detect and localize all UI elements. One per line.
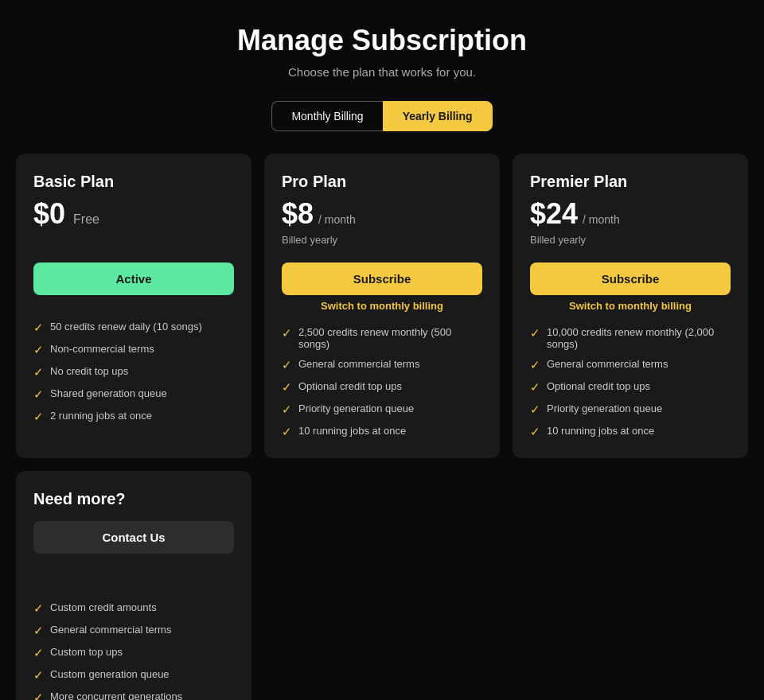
check-icon: ✓ [530,402,540,417]
contact-title: Need more? [33,490,234,508]
check-icon: ✓ [33,387,44,402]
check-icon: ✓ [282,425,292,439]
yearly-billing-button[interactable]: Yearly Billing [383,101,493,131]
pro-plan-price-row: $8 / month [282,197,482,231]
pro-switch-billing[interactable]: Switch to monthly billing [282,300,482,312]
basic-plan-features: ✓ 50 credits renew daily (10 songs) ✓ No… [33,321,234,424]
contact-feature-2: ✓ General commercial terms [33,624,234,638]
basic-plan-name: Basic Plan [33,173,234,191]
basic-feature-4-text: Shared generation queue [50,387,167,399]
check-icon: ✓ [33,365,44,379]
premier-feature-1: ✓ 10,000 credits renew monthly (2,000 so… [530,326,731,350]
check-icon: ✓ [33,343,44,357]
check-icon: ✓ [530,425,540,439]
premier-plan-subscribe-button[interactable]: Subscribe [530,262,731,295]
pro-plan-price: $8 [282,197,314,231]
premier-feature-3: ✓ Optional credit top ups [530,380,731,395]
check-icon: ✓ [33,690,44,700]
pro-feature-2-text: General commercial terms [298,358,419,370]
basic-feature-2: ✓ Non-commercial terms [33,343,234,357]
premier-feature-4: ✓ Priority generation queue [530,402,731,417]
contact-feature-4-text: Custom generation queue [50,668,170,680]
basic-feature-3: ✓ No credit top ups [33,365,234,379]
check-icon: ✓ [530,326,540,340]
bottom-grid: Need more? Contact Us ✓ Custom credit am… [16,471,748,700]
basic-feature-3-text: No credit top ups [50,365,128,377]
empty-col-3 [513,471,748,700]
contact-feature-5: ✓ More concurrent generations [33,690,234,700]
page-subtitle: Choose the plan that works for you. [16,65,748,79]
pro-feature-1: ✓ 2,500 credits renew monthly (500 songs… [282,326,482,350]
basic-plan-card: Basic Plan $0 Free Active ✓ 50 credits r… [16,154,251,458]
premier-plan-name: Premier Plan [530,173,731,191]
check-icon: ✓ [33,646,44,660]
premier-plan-price-row: $24 / month [530,197,731,231]
premier-feature-5: ✓ 10 running jobs at once [530,425,731,439]
check-icon: ✓ [282,380,292,395]
page-title: Manage Subscription [16,24,748,57]
premier-plan-period: / month [583,213,620,226]
pro-plan-features: ✓ 2,500 credits renew monthly (500 songs… [282,326,482,439]
check-icon: ✓ [282,402,292,417]
basic-feature-5-text: 2 running jobs at once [50,410,152,422]
basic-plan-active-button[interactable]: Active [33,262,234,295]
pro-feature-3-text: Optional credit top ups [298,380,402,392]
pro-plan-subscribe-button[interactable]: Subscribe [282,262,482,295]
premier-feature-5-text: 10 running jobs at once [547,425,654,437]
basic-feature-5: ✓ 2 running jobs at once [33,410,234,424]
contact-feature-1: ✓ Custom credit amounts [33,601,234,616]
pro-plan-name: Pro Plan [282,173,482,191]
basic-plan-price: $0 [33,197,65,231]
basic-plan-free-label: Free [73,212,99,227]
pro-plan-billed: Billed yearly [282,234,482,248]
contact-feature-5-text: More concurrent generations [50,690,182,700]
check-icon: ✓ [33,601,44,616]
basic-plan-price-row: $0 Free [33,197,234,231]
basic-feature-4: ✓ Shared generation queue [33,387,234,402]
monthly-billing-button[interactable]: Monthly Billing [271,101,382,131]
pro-feature-5-text: 10 running jobs at once [298,425,406,437]
pro-feature-4-text: Priority generation queue [298,402,414,414]
premier-feature-2: ✓ General commercial terms [530,358,731,372]
contact-feature-3: ✓ Custom top ups [33,646,234,660]
basic-plan-billed [33,234,234,248]
check-icon: ✓ [33,668,44,682]
pro-plan-card: Pro Plan $8 / month Billed yearly Subscr… [264,154,500,458]
contact-us-button[interactable]: Contact Us [33,521,234,554]
contact-feature-4: ✓ Custom generation queue [33,668,234,682]
pro-plan-period: / month [318,213,356,226]
pro-feature-5: ✓ 10 running jobs at once [282,425,482,439]
check-icon: ✓ [530,358,540,372]
check-icon: ✓ [33,410,44,424]
contact-feature-1-text: Custom credit amounts [50,601,157,613]
premier-switch-billing[interactable]: Switch to monthly billing [530,300,731,312]
premier-feature-2-text: General commercial terms [547,358,668,370]
check-icon: ✓ [282,358,292,372]
pro-feature-1-text: 2,500 credits renew monthly (500 songs) [298,326,482,350]
pro-feature-4: ✓ Priority generation queue [282,402,482,417]
check-icon: ✓ [282,326,292,340]
billing-toggle: Monthly Billing Yearly Billing [16,101,748,131]
premier-plan-card: Premier Plan $24 / month Billed yearly S… [513,154,748,458]
pro-feature-2: ✓ General commercial terms [282,358,482,372]
premier-plan-features: ✓ 10,000 credits renew monthly (2,000 so… [530,326,731,439]
premier-plan-price: $24 [530,197,578,231]
check-icon: ✓ [33,624,44,638]
basic-feature-1: ✓ 50 credits renew daily (10 songs) [33,321,234,335]
basic-feature-1-text: 50 credits renew daily (10 songs) [50,321,202,332]
contact-features: ✓ Custom credit amounts ✓ General commer… [33,601,234,700]
premier-plan-billed: Billed yearly [530,234,731,248]
basic-feature-2-text: Non-commercial terms [50,343,154,355]
plans-grid: Basic Plan $0 Free Active ✓ 50 credits r… [16,154,748,458]
premier-feature-3-text: Optional credit top ups [547,380,650,392]
premier-feature-1-text: 10,000 credits renew monthly (2,000 song… [547,326,731,350]
check-icon: ✓ [33,321,44,335]
contact-feature-3-text: Custom top ups [50,646,123,658]
contact-card: Need more? Contact Us ✓ Custom credit am… [16,471,251,700]
premier-feature-4-text: Priority generation queue [547,402,662,414]
empty-col-2 [264,471,500,700]
check-icon: ✓ [530,380,540,395]
pro-feature-3: ✓ Optional credit top ups [282,380,482,395]
contact-feature-2-text: General commercial terms [50,624,171,636]
